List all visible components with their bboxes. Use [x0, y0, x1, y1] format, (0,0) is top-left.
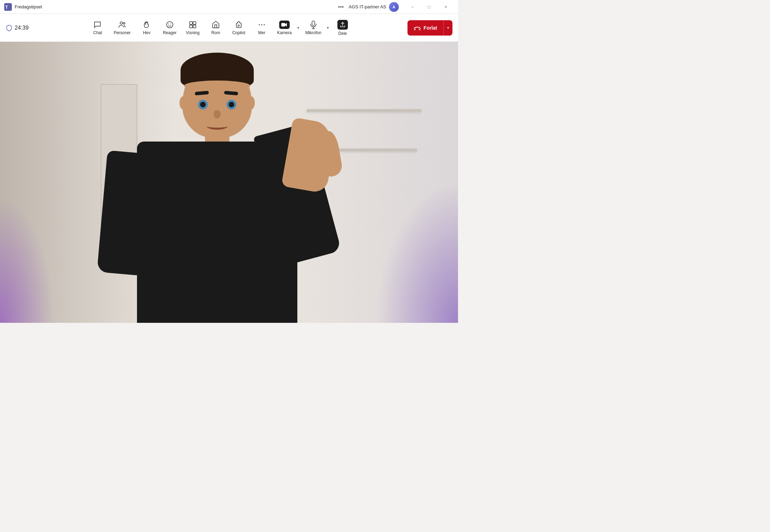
- toolbar-items: Chat Personer Hev: [37, 17, 403, 39]
- leave-button[interactable]: Forlat: [407, 20, 443, 36]
- leave-label: Forlat: [424, 25, 437, 31]
- svg-rect-15: [312, 21, 315, 25]
- person-hair: [181, 53, 254, 88]
- microphone-icon: [310, 20, 317, 29]
- leave-chevron-button[interactable]: ▾: [443, 20, 452, 36]
- title-bar-left: T Fredagstipset: [4, 3, 42, 11]
- microphone-label: Mikrofon: [305, 30, 321, 35]
- svg-rect-8: [193, 22, 196, 24]
- share-label: Dele: [338, 31, 347, 36]
- svg-rect-7: [190, 22, 192, 24]
- people-button[interactable]: Personer: [109, 17, 135, 38]
- title-bar-right: ••• AGS IT-partner AS A − □ ×: [336, 1, 454, 13]
- person-brow-left: [195, 91, 209, 95]
- people-label: Personer: [114, 30, 131, 35]
- leave-button-group: Forlat ▾: [407, 20, 452, 36]
- camera-label: Kamera: [277, 30, 292, 35]
- call-timer: 24:39: [15, 25, 31, 31]
- video-area: [0, 42, 458, 323]
- close-button[interactable]: ×: [438, 1, 454, 13]
- person-mouth: [207, 123, 228, 130]
- react-button[interactable]: Reager: [159, 17, 181, 38]
- chat-button[interactable]: Chat: [86, 17, 109, 38]
- avatar[interactable]: A: [389, 2, 399, 12]
- svg-point-13: [264, 24, 265, 25]
- meeting-toolbar: 24:39 Chat Personer: [0, 14, 458, 42]
- camera-button[interactable]: Kamera: [274, 18, 295, 38]
- microphone-chevron-button[interactable]: ▾: [325, 17, 331, 38]
- share-button[interactable]: Dele: [331, 17, 354, 39]
- svg-point-4: [167, 22, 173, 28]
- svg-rect-9: [190, 25, 192, 28]
- raise-hand-icon: [143, 20, 151, 29]
- more-button[interactable]: Mer: [251, 17, 273, 38]
- minimize-button[interactable]: −: [404, 1, 420, 13]
- room-label: Rom: [211, 30, 220, 35]
- teams-logo-icon: T: [4, 3, 12, 11]
- svg-point-6: [170, 24, 171, 24]
- person-nose: [214, 110, 221, 119]
- more-label: Mer: [258, 30, 266, 35]
- title-bar-more-button[interactable]: •••: [336, 2, 346, 12]
- view-icon: [189, 20, 197, 29]
- react-icon: [166, 20, 174, 29]
- app-name: Fredagstipset: [15, 4, 42, 9]
- person-eye-left: [198, 100, 208, 109]
- maximize-button[interactable]: □: [421, 1, 437, 13]
- room-icon: [212, 20, 220, 29]
- camera-group: Kamera ▾: [274, 18, 301, 38]
- video-background: [0, 42, 458, 323]
- window-controls: − □ ×: [404, 1, 454, 13]
- share-icon: [337, 20, 348, 30]
- person-figure: [99, 58, 336, 323]
- more-icon: [258, 20, 266, 29]
- copilot-button[interactable]: Copilot: [228, 17, 250, 38]
- view-label: Visning: [186, 30, 199, 35]
- raise-hand-label: Hev: [143, 30, 150, 35]
- bg-purple-right: [375, 182, 458, 323]
- react-label: Reager: [163, 30, 176, 35]
- microphone-group: Mikrofon ▾: [302, 17, 331, 38]
- microphone-button[interactable]: Mikrofon: [302, 17, 325, 38]
- svg-text:T: T: [5, 5, 8, 10]
- camera-icon: [279, 21, 290, 29]
- room-button[interactable]: Rom: [205, 17, 227, 38]
- svg-point-3: [123, 22, 125, 24]
- title-bar: T Fredagstipset ••• AGS IT-partner AS A …: [0, 0, 458, 14]
- shield-icon: [6, 24, 13, 31]
- raise-hand-button[interactable]: Hev: [136, 17, 158, 38]
- video-scene: [0, 42, 458, 323]
- bg-purple-left: [0, 196, 55, 323]
- svg-point-11: [259, 24, 260, 25]
- svg-rect-10: [193, 25, 196, 28]
- call-status: 24:39: [6, 24, 31, 31]
- svg-point-12: [261, 24, 262, 25]
- camera-chevron-button[interactable]: ▾: [295, 18, 301, 38]
- copilot-label: Copilot: [232, 30, 245, 35]
- svg-point-2: [120, 22, 122, 24]
- svg-rect-14: [281, 23, 285, 26]
- chat-label: Chat: [93, 30, 102, 35]
- person-brow-right: [224, 91, 238, 95]
- user-org-name: AGS IT-partner AS: [349, 4, 386, 9]
- chat-icon: [93, 20, 102, 29]
- view-button[interactable]: Visning: [182, 17, 204, 38]
- person-eye-right: [227, 100, 236, 109]
- svg-point-5: [168, 24, 169, 24]
- copilot-icon: [235, 20, 243, 29]
- people-icon: [118, 20, 127, 29]
- phone-end-icon: [414, 25, 421, 30]
